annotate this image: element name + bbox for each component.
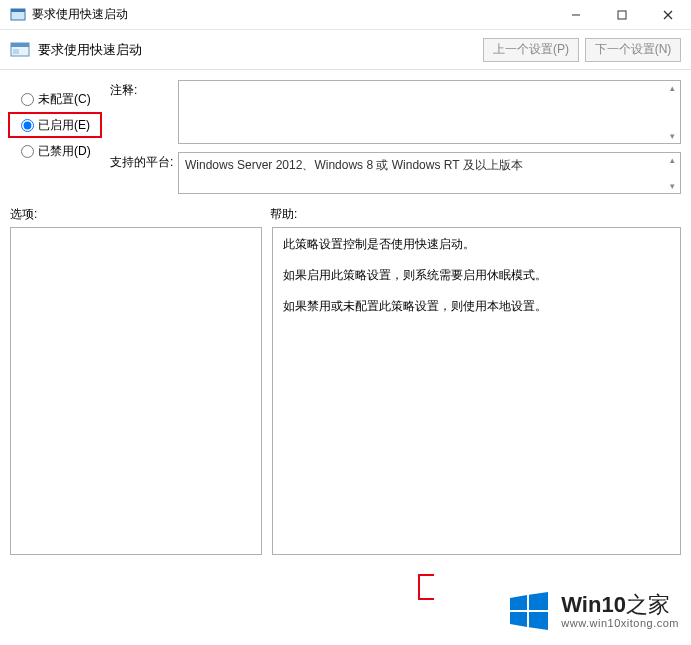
watermark-big: Win10 bbox=[561, 592, 626, 617]
options-panel bbox=[10, 227, 262, 555]
header: 要求使用快速启动 上一个设置(P) 下一个设置(N) bbox=[0, 30, 691, 70]
minimize-button[interactable] bbox=[553, 0, 599, 30]
policy-icon bbox=[10, 40, 30, 60]
window-title: 要求使用快速启动 bbox=[32, 6, 128, 23]
platform-value: Windows Server 2012、Windows 8 或 Windows … bbox=[179, 153, 680, 193]
comment-label: 注释: bbox=[110, 80, 178, 144]
radio-enabled-label: 已启用(E) bbox=[38, 117, 90, 134]
svg-marker-10 bbox=[529, 592, 548, 610]
svg-marker-12 bbox=[529, 612, 548, 630]
scroll-up-icon[interactable]: ▴ bbox=[666, 154, 678, 166]
platform-textbox: Windows Server 2012、Windows 8 或 Windows … bbox=[178, 152, 681, 194]
watermark-title: Win10之家 bbox=[561, 594, 670, 616]
close-button[interactable] bbox=[645, 0, 691, 30]
radio-enabled[interactable]: 已启用(E) bbox=[8, 112, 102, 138]
app-icon bbox=[10, 7, 26, 23]
scroll-down-icon[interactable]: ▾ bbox=[666, 130, 678, 142]
watermark: Win10之家 www.win10xitong.com bbox=[507, 589, 679, 633]
scroll-up-icon[interactable]: ▴ bbox=[666, 82, 678, 94]
radio-not-configured-input[interactable] bbox=[21, 93, 34, 106]
scroll-down-icon[interactable]: ▾ bbox=[666, 180, 678, 192]
options-section-label: 选项: bbox=[10, 206, 270, 223]
titlebar: 要求使用快速启动 bbox=[0, 0, 691, 30]
radio-disabled-label: 已禁用(D) bbox=[38, 143, 91, 160]
svg-rect-7 bbox=[11, 43, 29, 47]
comment-textbox[interactable]: ▴ ▾ bbox=[178, 80, 681, 144]
watermark-url: www.win10xitong.com bbox=[561, 618, 679, 629]
watermark-suffix: 之家 bbox=[626, 592, 670, 617]
svg-rect-3 bbox=[618, 11, 626, 19]
radio-not-configured[interactable]: 未配置(C) bbox=[10, 86, 100, 112]
help-line-2: 如果启用此策略设置，则系统需要启用休眠模式。 bbox=[283, 267, 670, 284]
radio-disabled[interactable]: 已禁用(D) bbox=[10, 138, 100, 164]
help-panel: 此策略设置控制是否使用快速启动。 如果启用此策略设置，则系统需要启用休眠模式。 … bbox=[272, 227, 681, 555]
svg-marker-11 bbox=[510, 612, 527, 627]
platform-label: 支持的平台: bbox=[110, 152, 178, 194]
help-line-1: 此策略设置控制是否使用快速启动。 bbox=[283, 236, 670, 253]
radio-enabled-input[interactable] bbox=[21, 119, 34, 132]
next-setting-button[interactable]: 下一个设置(N) bbox=[585, 38, 681, 62]
prev-setting-button[interactable]: 上一个设置(P) bbox=[483, 38, 579, 62]
comment-value bbox=[179, 81, 680, 143]
svg-rect-8 bbox=[13, 49, 19, 54]
radio-disabled-input[interactable] bbox=[21, 145, 34, 158]
windows-logo-icon bbox=[507, 589, 551, 633]
radio-not-configured-label: 未配置(C) bbox=[38, 91, 91, 108]
maximize-button[interactable] bbox=[599, 0, 645, 30]
highlight-box-partial bbox=[418, 574, 434, 600]
policy-title: 要求使用快速启动 bbox=[38, 41, 142, 59]
radio-group: 未配置(C) 已启用(E) 已禁用(D) bbox=[10, 80, 100, 202]
help-line-3: 如果禁用或未配置此策略设置，则使用本地设置。 bbox=[283, 298, 670, 315]
help-section-label: 帮助: bbox=[270, 206, 297, 223]
svg-marker-9 bbox=[510, 595, 527, 610]
svg-rect-1 bbox=[11, 9, 25, 12]
